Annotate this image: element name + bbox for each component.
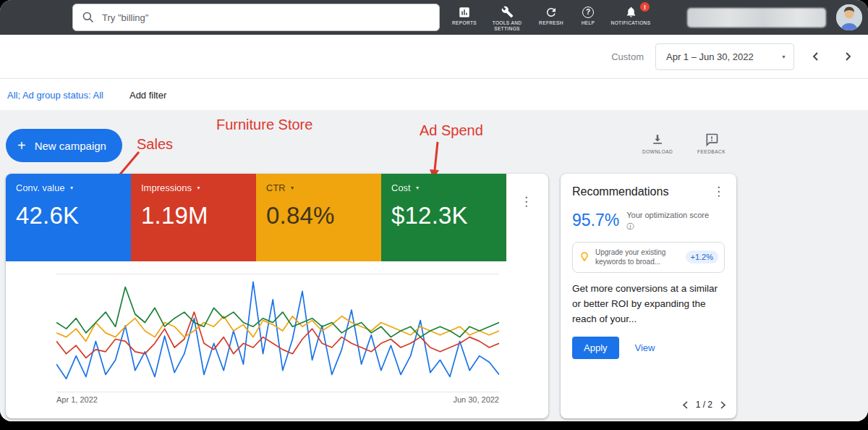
redacted-account-info <box>687 8 826 28</box>
apply-button[interactable]: Apply <box>572 337 619 359</box>
help-button[interactable]: ? HELP <box>571 2 605 33</box>
chevron-down-icon[interactable]: ▼ <box>196 185 201 190</box>
uplift-badge: +1.2% <box>686 250 719 264</box>
chevron-left-icon <box>812 52 820 61</box>
tools-settings-button[interactable]: TOOLS AND SETTINGS <box>483 2 531 33</box>
download-icon <box>650 132 665 147</box>
metric-row: Conv. value▼ 42.6K Impressions▼ 1.19M CT… <box>6 174 548 261</box>
recommendations-pager: 1 / 2 <box>682 400 726 410</box>
recommendation-body: Get more conversions at a similar or bet… <box>572 282 725 327</box>
topbar-nav: REPORTS TOOLS AND SETTINGS REFRESH ? HEL… <box>446 2 657 33</box>
refresh-icon <box>545 5 558 19</box>
recommendations-title: Recommendations <box>572 185 668 198</box>
pager-next-icon[interactable] <box>720 401 726 409</box>
date-range-picker[interactable]: Apr 1 – Jun 30, 2022 ▼ <box>655 43 794 70</box>
feedback-icon <box>705 132 719 147</box>
performance-card: Conv. value▼ 42.6K Impressions▼ 1.19M CT… <box>6 174 548 418</box>
notifications-label: NOTIFICATIONS <box>611 20 651 26</box>
tools-settings-label: TOOLS AND SETTINGS <box>487 20 527 32</box>
date-next-button[interactable] <box>838 46 858 67</box>
notifications-button[interactable]: ! NOTIFICATIONS <box>605 2 657 33</box>
chevron-down-icon[interactable]: ▼ <box>290 185 295 190</box>
pager-count: 1 / 2 <box>696 400 712 410</box>
x-axis-start-label: Apr 1, 2022 <box>56 395 98 404</box>
metric-card-impressions[interactable]: Impressions▼ 1.19M <box>131 174 256 261</box>
info-icon[interactable]: ⓘ <box>626 222 634 230</box>
chevron-down-icon[interactable]: ▼ <box>415 185 420 190</box>
date-mode-label[interactable]: Custom <box>611 51 644 62</box>
search-icon <box>82 11 95 24</box>
metric-value: 0.84% <box>266 202 371 229</box>
optimization-score-caption: Your optimization score ⓘ <box>626 210 712 232</box>
metric-card-ctr[interactable]: CTR▼ 0.84% <box>256 174 381 261</box>
metric-label: Impressions <box>141 182 192 193</box>
help-label: HELP <box>582 20 595 26</box>
date-range-bar: Custom Apr 1 – Jun 30, 2022 ▼ <box>0 35 868 79</box>
view-link[interactable]: View <box>635 342 655 353</box>
chevron-down-icon: ▼ <box>781 54 786 59</box>
search-box[interactable] <box>72 4 440 31</box>
avatar[interactable] <box>836 4 862 30</box>
optimization-score: 95.7% Your optimization score ⓘ <box>572 210 725 232</box>
metric-value: 1.19M <box>141 202 246 229</box>
new-campaign-label: New campaign <box>35 140 106 152</box>
feedback-button[interactable]: FEEDBACK <box>697 132 726 154</box>
chevron-down-icon[interactable]: ▼ <box>69 185 75 190</box>
refresh-label: REFRESH <box>539 20 563 26</box>
recommendations-card: Recommendations ⋮ 95.7% Your optimizatio… <box>561 174 736 418</box>
download-label: DOWNLOAD <box>642 149 673 154</box>
reports-button[interactable]: REPORTS <box>446 2 483 33</box>
refresh-button[interactable]: REFRESH <box>531 2 571 33</box>
scorecard-menu-button[interactable]: ⋮ <box>520 195 532 208</box>
download-button[interactable]: DOWNLOAD <box>642 132 673 154</box>
date-prev-button[interactable] <box>806 46 826 67</box>
reports-label: REPORTS <box>452 20 477 26</box>
metric-label: CTR <box>266 182 286 193</box>
lightbulb-icon <box>579 251 590 263</box>
recommendations-menu-button[interactable]: ⋮ <box>712 185 725 198</box>
recommendation-chip-text: Upgrade your existing keywords to broad.… <box>595 248 681 267</box>
metric-value: 42.6K <box>16 202 121 229</box>
recommendation-chip[interactable]: Upgrade your existing keywords to broad.… <box>572 242 725 273</box>
date-range-value: Apr 1 – Jun 30, 2022 <box>666 51 754 62</box>
bell-icon <box>625 5 637 19</box>
x-axis-end-label: Jun 30, 2022 <box>453 395 499 404</box>
annotation-ad-spend: Ad Spend <box>420 122 483 139</box>
chart-x-axis: Apr 1, 2022 Jun 30, 2022 <box>56 395 499 404</box>
annotation-furniture-store: Furniture Store <box>216 117 312 133</box>
status-filter[interactable]: All; Ad group status: All <box>7 90 103 101</box>
feedback-label: FEEDBACK <box>697 149 726 154</box>
metric-label: Conv. value <box>16 182 65 193</box>
help-icon: ? <box>582 5 594 19</box>
search-input[interactable] <box>102 12 430 23</box>
notification-badge: ! <box>640 2 650 12</box>
trend-chart-svg <box>56 274 499 389</box>
app-window: REPORTS TOOLS AND SETTINGS REFRESH ? HEL… <box>0 0 868 421</box>
trend-chart <box>56 274 499 392</box>
pager-prev-icon[interactable] <box>682 401 689 409</box>
metric-value: $12.3K <box>391 202 496 229</box>
reports-icon <box>458 5 471 19</box>
metric-card-cost[interactable]: Cost▼ $12.3K <box>381 174 506 261</box>
filter-bar: All; Ad group status: All Add filter <box>0 80 868 110</box>
top-bar: REPORTS TOOLS AND SETTINGS REFRESH ? HEL… <box>0 0 868 35</box>
chevron-right-icon <box>843 52 852 61</box>
avatar-image <box>836 4 862 30</box>
optimization-score-value: 95.7% <box>572 211 619 230</box>
add-filter-button[interactable]: Add filter <box>129 90 166 101</box>
plus-icon: + <box>17 138 26 153</box>
metric-label: Cost <box>391 182 411 193</box>
metric-card-conv-value[interactable]: Conv. value▼ 42.6K <box>6 174 131 261</box>
wrench-icon <box>501 5 514 19</box>
main-content: + New campaign Sales Furniture Store Ad … <box>0 110 868 421</box>
